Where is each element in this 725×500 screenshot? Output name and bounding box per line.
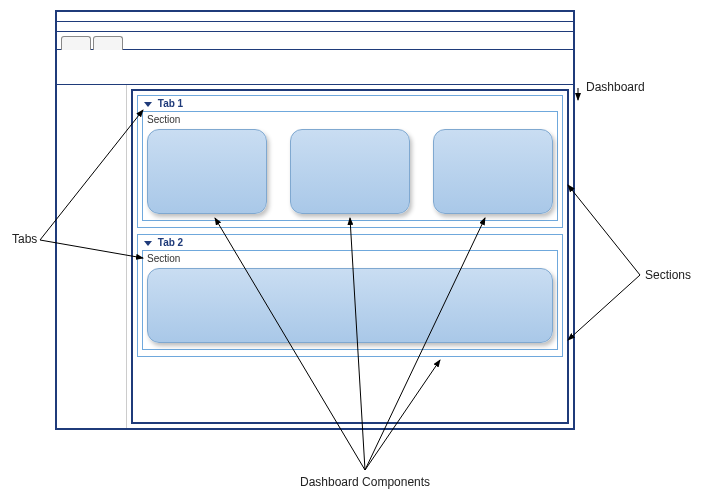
window-tab-strip: [57, 32, 573, 50]
components-row: [147, 268, 553, 343]
callout-sections: Sections: [645, 268, 691, 282]
tab-label: Tab 1: [158, 98, 183, 109]
dashboard-component-3[interactable]: [433, 129, 553, 214]
components-row: [147, 129, 553, 214]
svg-line-5: [568, 275, 640, 340]
app-window: Tab 1 Section Tab 2: [55, 10, 575, 430]
sidebar: [57, 85, 127, 428]
dashboard-component-wide[interactable]: [147, 268, 553, 343]
tab-group-2: Tab 2 Section: [137, 234, 563, 357]
chevron-down-icon: [144, 102, 152, 107]
section-label: Section: [147, 114, 553, 125]
dashboard-component-1[interactable]: [147, 129, 267, 214]
content-row: Tab 1 Section Tab 2: [57, 85, 573, 428]
dashboard-component-2[interactable]: [290, 129, 410, 214]
section-1: Section: [142, 111, 558, 221]
callout-components: Dashboard Components: [300, 475, 430, 489]
callout-tabs: Tabs: [12, 232, 37, 246]
chevron-down-icon: [144, 241, 152, 246]
menu-bar: [57, 22, 573, 32]
dashboard-area: Tab 1 Section Tab 2: [127, 85, 573, 428]
section-2: Section: [142, 250, 558, 350]
tab-label: Tab 2: [158, 237, 183, 248]
tab-group-1: Tab 1 Section: [137, 95, 563, 228]
tab-header-1[interactable]: Tab 1: [142, 98, 558, 109]
title-bar: [57, 12, 573, 22]
tab-header-2[interactable]: Tab 2: [142, 237, 558, 248]
section-label: Section: [147, 253, 553, 264]
window-tab-1[interactable]: [61, 36, 91, 50]
dashboard: Tab 1 Section Tab 2: [131, 89, 569, 424]
svg-line-4: [568, 185, 640, 275]
toolbar-area: [57, 50, 573, 85]
window-tab-2[interactable]: [93, 36, 123, 50]
callout-dashboard: Dashboard: [586, 80, 645, 94]
